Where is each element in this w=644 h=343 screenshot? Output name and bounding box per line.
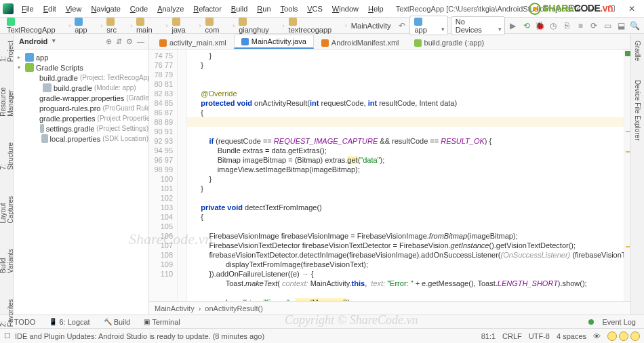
menu-analyze[interactable]: Analyze [153, 3, 188, 14]
collapse-icon[interactable]: ⇵ [116, 37, 122, 46]
bottom-tab[interactable]: 📱6: Logcat [43, 317, 95, 327]
breadcrumb-item[interactable]: src [104, 16, 129, 35]
status-bar: ☐ IDE and Plugin Updates: Android Studio… [0, 328, 644, 343]
editor-area: activity_main.xmlMainActivity.javaAndroi… [149, 34, 630, 315]
tool-tab[interactable]: Build Variants [0, 246, 15, 276]
attach-debugger-icon[interactable]: ⎘ [561, 20, 572, 31]
tree-file[interactable]: local.properties (SDK Location) [14, 134, 148, 144]
menu-build[interactable]: Build [227, 3, 251, 14]
menu-code[interactable]: Code [126, 3, 152, 14]
project-view-dropdown[interactable]: Android [18, 37, 56, 46]
target-icon[interactable]: ⊕ [106, 37, 112, 46]
project-tool-window: Android ⊕ ⇵ ⚙ — ▸app ▾Gradle Scripts bui… [14, 34, 149, 315]
breadcrumb-trail: TextRecogApp›app›src›main›java›com›giang… [4, 16, 394, 35]
warning-mark[interactable] [626, 246, 630, 247]
gear-icon[interactable]: ⚙ [126, 37, 133, 46]
breadcrumb-item[interactable]: com [203, 16, 232, 35]
code-content[interactable]: } } @Override protected void onActivityR… [187, 49, 624, 301]
code-editor[interactable]: 74 75 76 77 78 79 80 81 82 83 84 85 86 8… [149, 49, 630, 301]
bottom-tab[interactable]: 🔨Build [98, 317, 136, 327]
tree-node-app[interactable]: ▸app [14, 52, 148, 62]
breadcrumb-item[interactable]: textrecogapp [286, 16, 344, 35]
tree-node-gradle-scripts[interactable]: ▾Gradle Scripts [14, 62, 148, 73]
menu-window[interactable]: Window [328, 3, 363, 14]
menu-tools[interactable]: Tools [277, 3, 302, 14]
tool-tab[interactable]: Resource Manager [0, 85, 15, 119]
breadcrumb-item[interactable]: MainActivity [348, 21, 394, 31]
menu-help[interactable]: Help [364, 3, 388, 14]
breadcrumb-item[interactable]: app [72, 16, 99, 35]
tool-tab[interactable]: 1: Project [0, 38, 15, 64]
fold-gutter[interactable] [178, 49, 187, 301]
tool-tab[interactable]: Device File Explorer [633, 77, 642, 143]
tool-tab[interactable]: Gradle [633, 38, 642, 64]
breadcrumb-item[interactable]: TextRecogApp [4, 16, 67, 35]
search-icon[interactable]: 🔍 [629, 20, 640, 31]
tool-tab[interactable]: 7: Structure [0, 140, 15, 173]
line-separator[interactable]: CRLF [502, 332, 522, 340]
close-button[interactable]: ✕ [622, 3, 641, 15]
right-tool-strip: GradleDevice File Explorer [630, 34, 644, 315]
menu-edit[interactable]: Edit [39, 3, 60, 14]
menu-vcs[interactable]: VCS [303, 3, 327, 14]
tree-file[interactable]: build.gradle (Project: TextRecogApp) [14, 73, 148, 83]
tree-file[interactable]: build.gradle (Module: app) [14, 83, 148, 93]
menu-navigate[interactable]: Navigate [87, 3, 124, 14]
debug-button[interactable]: 🐞 [535, 20, 546, 31]
editor-tab[interactable]: MainActivity.java [234, 35, 314, 49]
window-title: TextRecogApp [C:\Users\tkgia\AndroidStud… [396, 5, 582, 13]
editor-breadcrumb[interactable]: MainActivity›onActivityResult() [149, 301, 630, 315]
editor-tab[interactable]: AndroidManifest.xml [314, 36, 407, 49]
event-log-tab[interactable]: Event Log [597, 317, 641, 327]
run-config-dropdown[interactable]: app [409, 16, 447, 35]
profile-button[interactable]: ◷ [548, 20, 559, 31]
menu-view[interactable]: View [62, 3, 86, 14]
stop-button[interactable]: ■ [575, 20, 586, 31]
apply-changes-icon[interactable]: ⟲ [521, 20, 532, 31]
tool-tab[interactable]: 2: Favorites [0, 296, 15, 329]
error-stripe[interactable] [624, 49, 630, 301]
warning-mark[interactable] [626, 131, 630, 132]
tree-file[interactable]: gradle.properties (Project Properties) [14, 113, 148, 123]
app-icon [3, 3, 14, 14]
menu-run[interactable]: Run [253, 3, 275, 14]
memory-faces[interactable] [607, 331, 640, 341]
bottom-tab[interactable]: ▣Terminal [138, 317, 186, 327]
minimize-button[interactable]: — [582, 3, 601, 15]
tree-file[interactable]: settings.gradle (Project Settings) [14, 123, 148, 134]
analysis-ok-icon [625, 51, 630, 56]
env-icon[interactable]: ☐ [4, 331, 11, 340]
sync-gradle-icon[interactable]: ⟳ [588, 20, 599, 31]
caret-position[interactable]: 81:1 [481, 332, 496, 340]
tree-file[interactable]: gradle-wrapper.properties (Gradle Versio… [14, 93, 148, 103]
editor-tab[interactable]: activity_main.xml [152, 36, 234, 49]
menu-refactor[interactable]: Refactor [189, 3, 226, 14]
hide-icon[interactable]: — [137, 37, 144, 46]
tool-tab[interactable]: Layout Captures [0, 193, 15, 226]
inspect-icon[interactable]: 👁 [593, 332, 601, 340]
breadcrumb-item[interactable]: gianghuy [236, 16, 281, 35]
left-tool-strip: 1: ProjectResource Manager7: StructureLa… [0, 34, 14, 315]
editor-tabs: activity_main.xmlMainActivity.javaAndroi… [149, 34, 630, 49]
project-tree[interactable]: ▸app ▾Gradle Scripts build.gradle (Proje… [14, 49, 148, 146]
run-button[interactable]: ▶ [508, 20, 519, 31]
main-menu: FileEditViewNavigateCodeAnalyzeRefactorB… [18, 3, 388, 14]
back-icon[interactable]: ↶ [397, 20, 407, 31]
breadcrumb-item[interactable]: main [134, 16, 165, 35]
file-encoding[interactable]: UTF-8 [529, 332, 550, 340]
indent-info[interactable]: 4 spaces [557, 332, 586, 340]
line-number-gutter: 74 75 76 77 78 79 80 81 82 83 84 85 86 8… [149, 49, 178, 301]
avd-manager-icon[interactable]: ▭ [602, 20, 613, 31]
device-dropdown[interactable]: No Devices [451, 16, 505, 35]
status-message[interactable]: IDE and Plugin Updates: Android Studio i… [15, 332, 264, 340]
bottom-tool-strip: ≡TODO📱6: Logcat🔨Build▣Terminal Event Log [0, 315, 644, 328]
breadcrumb-item[interactable]: java [169, 16, 198, 35]
tree-file[interactable]: proguard-rules.pro (ProGuard Rules for a… [14, 103, 148, 113]
warning-mark[interactable] [626, 151, 630, 153]
maximize-button[interactable]: ☐ [602, 3, 621, 15]
editor-tab[interactable]: build.gradle (:app) [407, 36, 492, 49]
menu-file[interactable]: File [18, 3, 38, 14]
event-indicator-icon [588, 319, 594, 325]
sdk-manager-icon[interactable]: ⬓ [616, 20, 626, 31]
navigation-bar: TextRecogApp›app›src›main›java›com›giang… [0, 18, 644, 34]
